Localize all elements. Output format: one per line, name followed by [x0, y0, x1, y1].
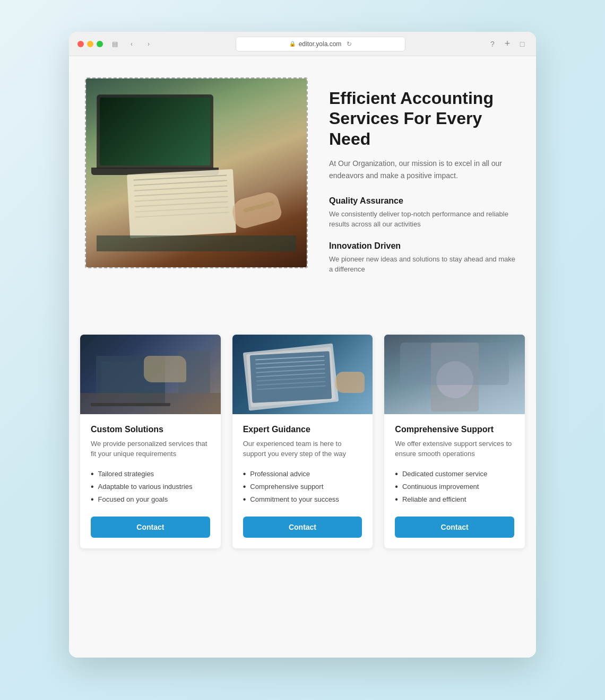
contact-button-3[interactable]: Contact [395, 517, 514, 538]
hero-image [86, 78, 307, 267]
traffic-light-green[interactable] [97, 41, 103, 47]
hero-text: Efficient Accounting Services For Every … [329, 77, 520, 286]
browser-actions: ? + □ [487, 39, 528, 49]
card-body-custom-solutions: Custom Solutions We provide personalized… [80, 414, 221, 548]
card-body-expert-guidance: Expert Guidance Our experienced team is … [232, 414, 373, 548]
list-item: Professional advice [243, 468, 362, 480]
address-bar[interactable]: 🔒 editor.yola.com ↻ [236, 37, 405, 51]
hero-title: Efficient Accounting Services For Every … [329, 88, 520, 149]
page-content: Efficient Accounting Services For Every … [69, 56, 536, 658]
card-list-1: Tailored strategies Adaptable to various… [91, 468, 210, 506]
card-desc-3: We offer extensive support services to e… [395, 439, 514, 459]
lock-icon: 🔒 [289, 41, 296, 47]
card-image-custom-solutions [80, 335, 221, 414]
hero-image-container [85, 77, 308, 268]
cards-grid: Custom Solutions We provide personalized… [80, 334, 525, 549]
feature-title-1: Quality Assurance [329, 196, 520, 206]
card-title-1: Custom Solutions [91, 425, 210, 434]
share-icon[interactable]: □ [517, 39, 528, 49]
list-item: Dedicated customer service [395, 468, 514, 480]
card-expert-guidance: Expert Guidance Our experienced team is … [232, 334, 374, 549]
traffic-light-red[interactable] [77, 41, 84, 47]
list-item: Continuous improvement [395, 480, 514, 493]
card-custom-solutions: Custom Solutions We provide personalized… [80, 334, 221, 549]
card-body-comprehensive-support: Comprehensive Support We offer extensive… [384, 414, 525, 548]
hero-section: Efficient Accounting Services For Every … [80, 67, 525, 308]
back-button[interactable]: ‹ [126, 39, 137, 49]
browser-chrome: ▤ ‹ › 🔒 editor.yola.com ↻ ? + □ [69, 32, 536, 56]
card-desc-2: Our experienced team is here to support … [243, 439, 362, 459]
help-icon[interactable]: ? [487, 39, 498, 49]
card-comprehensive-support: Comprehensive Support We offer extensive… [384, 334, 525, 549]
feature-innovation-driven: Innovation Driven We pioneer new ideas a… [329, 241, 520, 275]
list-item: Comprehensive support [243, 480, 362, 493]
feature-quality-assurance: Quality Assurance We consistently delive… [329, 196, 520, 230]
feature-title-2: Innovation Driven [329, 241, 520, 251]
browser-window: ▤ ‹ › 🔒 editor.yola.com ↻ ? + □ [69, 32, 536, 658]
list-item: Adaptable to various industries [91, 480, 210, 493]
card-img-2 [232, 335, 373, 414]
contact-button-2[interactable]: Contact [243, 517, 362, 538]
hero-description: At Our Organization, our mission is to e… [329, 158, 520, 181]
traffic-light-yellow[interactable] [87, 41, 93, 47]
sidebar-toggle-button[interactable]: ▤ [109, 39, 120, 49]
card-list-2: Professional advice Comprehensive suppor… [243, 468, 362, 506]
card-list-3: Dedicated customer service Continuous im… [395, 468, 514, 506]
feature-desc-1: We consistently deliver top-notch perfor… [329, 209, 520, 230]
bottom-spacer [80, 559, 525, 591]
contact-button-1[interactable]: Contact [91, 517, 210, 538]
card-desc-1: We provide personalized services that fi… [91, 439, 210, 459]
card-img-1 [80, 335, 221, 414]
card-title-2: Expert Guidance [243, 425, 362, 434]
list-item: Tailored strategies [91, 468, 210, 480]
card-image-expert-guidance [232, 335, 373, 414]
refresh-icon[interactable]: ↻ [347, 40, 352, 48]
list-item: Focused on your goals [91, 493, 210, 506]
url-text: editor.yola.com [299, 40, 342, 48]
card-title-3: Comprehensive Support [395, 425, 514, 434]
card-img-3 [384, 335, 525, 414]
add-tab-button[interactable]: + [502, 39, 513, 49]
traffic-lights [77, 41, 103, 47]
cards-section: Custom Solutions We provide personalized… [80, 329, 525, 559]
forward-button[interactable]: › [143, 39, 154, 49]
list-item: Reliable and efficient [395, 493, 514, 506]
feature-desc-2: We pioneer new ideas and solutions to st… [329, 254, 520, 275]
list-item: Commitment to your success [243, 493, 362, 506]
section-spacer [80, 308, 525, 329]
card-image-comprehensive-support [384, 335, 525, 414]
